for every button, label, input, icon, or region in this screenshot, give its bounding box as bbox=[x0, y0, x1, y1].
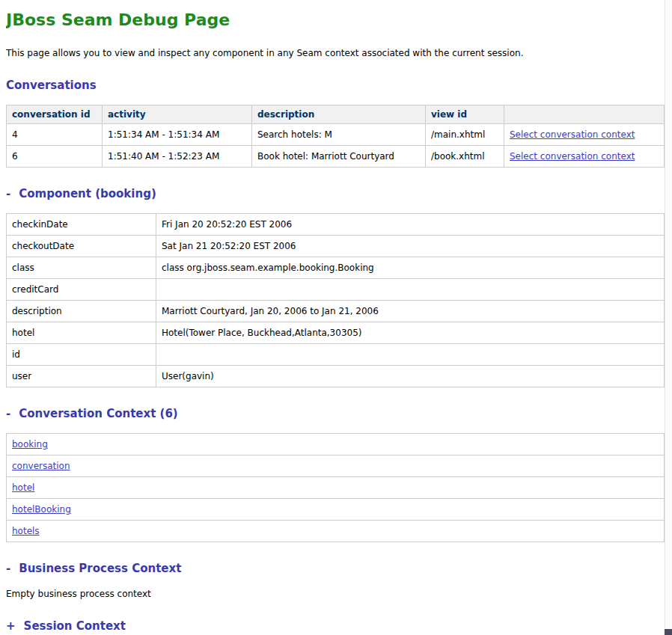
cell-context-item: hotelBooking bbox=[7, 499, 665, 521]
component-row: description Marriott Courtyard, Jan 20, … bbox=[7, 301, 665, 322]
cell-action: Select conversation context bbox=[504, 124, 665, 146]
section-title: Component (booking) bbox=[19, 187, 156, 200]
section-title: Session Context bbox=[24, 619, 126, 633]
cell-context-item: hotel bbox=[7, 477, 665, 499]
scrollbar-track[interactable] bbox=[665, 6, 666, 635]
component-row: id bbox=[7, 344, 665, 366]
cell-conversation-id: 6 bbox=[7, 146, 103, 168]
context-component-link[interactable]: conversation bbox=[12, 461, 70, 471]
section-title: Business Process Context bbox=[19, 562, 181, 575]
col-header-activity: activity bbox=[103, 105, 252, 124]
cell-attribute-name: checkinDate bbox=[7, 214, 156, 236]
cell-attribute-value: Marriott Courtyard, Jan 20, 2006 to Jan … bbox=[156, 301, 665, 322]
cell-activity: 1:51:34 AM - 1:51:34 AM bbox=[103, 124, 252, 146]
select-conversation-link[interactable]: Select conversation context bbox=[510, 129, 635, 140]
conversation-row: 6 1:51:40 AM - 1:52:23 AM Book hotel: Ma… bbox=[7, 146, 665, 168]
col-header-action bbox=[504, 105, 665, 124]
cell-action: Select conversation context bbox=[504, 146, 665, 168]
col-header-conversation-id: conversation id bbox=[7, 105, 103, 124]
component-row: checkinDate Fri Jan 20 20:52:20 EST 2006 bbox=[7, 214, 665, 236]
cell-attribute-value: Sat Jan 21 20:52:20 EST 2006 bbox=[156, 236, 665, 257]
col-header-description: description bbox=[252, 105, 426, 124]
cell-description: Book hotel: Marriott Courtyard bbox=[252, 146, 426, 168]
page-title: JBoss Seam Debug Page bbox=[6, 10, 666, 29]
component-row: class class org.jboss.seam.example.booki… bbox=[7, 257, 665, 279]
component-row: hotel Hotel(Tower Place, Buckhead,Atlant… bbox=[7, 322, 665, 344]
cell-attribute-value: User(gavin) bbox=[156, 366, 665, 387]
session-context-heading: +Session Context bbox=[6, 619, 666, 633]
col-header-view-id: view id bbox=[426, 105, 504, 124]
context-component-link[interactable]: hotelBooking bbox=[12, 504, 71, 515]
context-item-row: hotel bbox=[7, 477, 665, 499]
cell-attribute-value: Hotel(Tower Place, Buckhead,Atlanta,3030… bbox=[156, 322, 665, 344]
expand-toggle-icon[interactable]: + bbox=[6, 619, 16, 633]
collapse-toggle-icon[interactable]: - bbox=[6, 187, 10, 200]
cell-attribute-name: checkoutDate bbox=[7, 236, 156, 257]
cell-context-item: hotels bbox=[7, 521, 665, 542]
cell-attribute-value: Fri Jan 20 20:52:20 EST 2006 bbox=[156, 214, 665, 236]
cell-context-item: booking bbox=[7, 434, 665, 455]
cell-attribute-name: user bbox=[7, 366, 156, 387]
context-component-link[interactable]: hotels bbox=[12, 526, 40, 536]
context-item-row: conversation bbox=[7, 455, 665, 477]
component-row: creditCard bbox=[7, 279, 665, 301]
cell-attribute-value bbox=[156, 279, 665, 301]
intro-text: This page allows you to view and inspect… bbox=[6, 47, 666, 59]
cell-context-item: conversation bbox=[7, 455, 665, 477]
component-section-heading: -Component (booking) bbox=[6, 187, 666, 200]
cell-view-id: /main.xhtml bbox=[426, 124, 504, 146]
scrollbar-corner bbox=[665, 629, 666, 635]
conversations-table: conversation id activity description vie… bbox=[6, 105, 665, 168]
collapse-toggle-icon[interactable]: - bbox=[6, 407, 10, 420]
conversations-heading: Conversations bbox=[6, 79, 666, 92]
business-process-context-heading: -Business Process Context bbox=[6, 562, 666, 575]
context-item-row: hotelBooking bbox=[7, 499, 665, 521]
cell-attribute-value bbox=[156, 344, 665, 366]
component-table: checkinDate Fri Jan 20 20:52:20 EST 2006… bbox=[6, 213, 665, 387]
collapse-toggle-icon[interactable]: - bbox=[6, 562, 10, 575]
cell-view-id: /book.xhtml bbox=[426, 146, 504, 168]
cell-attribute-name: creditCard bbox=[7, 279, 156, 301]
cell-attribute-name: hotel bbox=[7, 322, 156, 344]
context-item-row: booking bbox=[7, 434, 665, 455]
section-title: Conversation Context (6) bbox=[19, 407, 177, 420]
cell-conversation-id: 4 bbox=[7, 124, 103, 146]
context-component-link[interactable]: hotel bbox=[12, 482, 34, 493]
cell-attribute-name: id bbox=[7, 344, 156, 366]
conversation-context-table: booking conversation hotel hotelBooking … bbox=[6, 433, 665, 542]
cell-attribute-name: class bbox=[7, 257, 156, 279]
conversation-context-heading: -Conversation Context (6) bbox=[6, 407, 666, 420]
component-row: user User(gavin) bbox=[7, 366, 665, 387]
cell-attribute-name: description bbox=[7, 301, 156, 322]
cell-attribute-value: class org.jboss.seam.example.booking.Boo… bbox=[156, 257, 665, 279]
conversation-row: 4 1:51:34 AM - 1:51:34 AM Search hotels:… bbox=[7, 124, 665, 146]
context-component-link[interactable]: booking bbox=[12, 439, 48, 450]
cell-description: Search hotels: M bbox=[252, 124, 426, 146]
conversations-header-row: conversation id activity description vie… bbox=[7, 105, 665, 124]
component-row: checkoutDate Sat Jan 21 20:52:20 EST 200… bbox=[7, 236, 665, 257]
context-item-row: hotels bbox=[7, 521, 665, 542]
empty-business-process-message: Empty business process context bbox=[6, 588, 666, 600]
select-conversation-link[interactable]: Select conversation context bbox=[510, 151, 635, 162]
cell-activity: 1:51:40 AM - 1:52:23 AM bbox=[103, 146, 252, 168]
